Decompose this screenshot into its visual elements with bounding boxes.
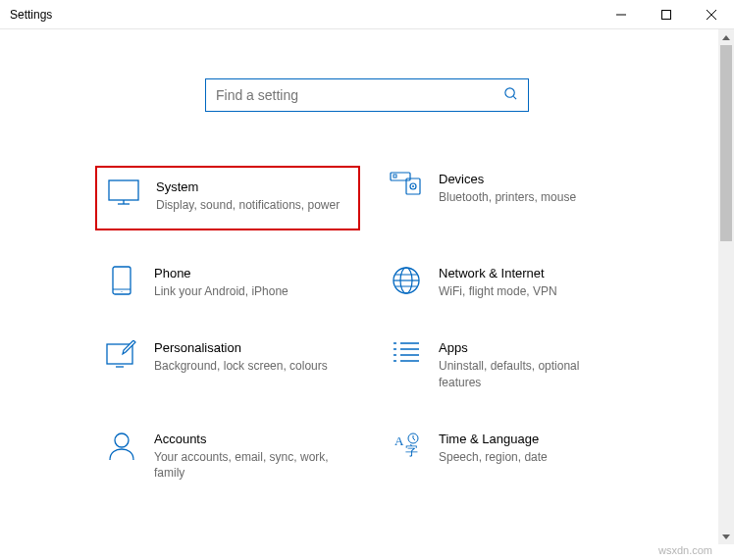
window-title: Settings [10, 8, 52, 22]
tile-text: Network & Internet WiFi, flight mode, VP… [439, 266, 557, 299]
tile-text: Personalisation Background, lock screen,… [154, 340, 328, 374]
close-button[interactable] [689, 0, 734, 28]
maximize-button[interactable] [644, 0, 689, 28]
svg-text:字: 字 [405, 443, 418, 458]
tile-system[interactable]: System Display, sound, notifications, po… [95, 166, 360, 230]
scroll-thumb[interactable] [720, 45, 732, 241]
accounts-icon [103, 432, 140, 461]
search-icon [503, 86, 518, 104]
tile-network[interactable]: Network & Internet WiFi, flight mode, VP… [380, 260, 645, 305]
svg-point-16 [122, 291, 123, 292]
network-icon [388, 266, 425, 295]
tile-text: Devices Bluetooth, printers, mouse [439, 172, 576, 205]
personalisation-icon [103, 340, 140, 368]
search-box[interactable] [205, 78, 529, 112]
titlebar: Settings [0, 0, 734, 29]
tile-title: Time & Language [439, 432, 548, 446]
tile-desc: Display, sound, notifications, power [156, 197, 340, 213]
svg-line-37 [413, 438, 415, 440]
tile-personalisation[interactable]: Personalisation Background, lock screen,… [95, 334, 360, 395]
tile-title: Network & Internet [439, 266, 557, 280]
scroll-down-arrow[interactable] [718, 529, 734, 544]
apps-icon [388, 340, 425, 364]
svg-rect-14 [113, 267, 131, 294]
tile-apps[interactable]: Apps Uninstall, defaults, optional featu… [380, 334, 645, 395]
tile-desc: Speech, region, date [439, 449, 548, 465]
tile-time-language[interactable]: A字 Time & Language Speech, region, date [380, 426, 645, 486]
tile-title: Accounts [154, 432, 341, 446]
tile-text: System Display, sound, notifications, po… [156, 179, 340, 213]
vertical-scrollbar[interactable] [718, 29, 734, 544]
tile-text: Time & Language Speech, region, date [439, 432, 548, 465]
tile-title: Phone [154, 266, 288, 280]
svg-marker-39 [722, 535, 730, 539]
svg-rect-10 [393, 175, 396, 178]
scroll-track[interactable] [718, 45, 734, 529]
minimize-icon [616, 10, 626, 20]
system-icon [105, 179, 142, 205]
tile-desc: Uninstall, defaults, optional features [439, 358, 625, 389]
svg-line-5 [513, 96, 516, 99]
svg-rect-1 [662, 10, 671, 19]
tile-text: Apps Uninstall, defaults, optional featu… [439, 340, 625, 389]
tile-title: Apps [439, 340, 625, 355]
tile-title: System [156, 179, 340, 194]
content-area: System Display, sound, notifications, po… [0, 29, 734, 486]
window-controls [599, 0, 734, 28]
tile-desc: Bluetooth, printers, mouse [439, 189, 576, 205]
tile-accounts[interactable]: Accounts Your accounts, email, sync, wor… [95, 426, 360, 486]
tile-desc: Your accounts, email, sync, work, family [154, 449, 341, 481]
tile-desc: Link your Android, iPhone [154, 283, 288, 299]
scroll-up-arrow[interactable] [718, 29, 734, 45]
tile-text: Accounts Your accounts, email, sync, wor… [154, 432, 341, 481]
tile-desc: WiFi, flight mode, VPN [439, 283, 557, 299]
watermark: wsxdn.com [658, 544, 712, 556]
close-icon [707, 10, 716, 20]
svg-marker-38 [722, 35, 730, 40]
tile-title: Devices [439, 172, 576, 186]
tile-title: Personalisation [154, 340, 328, 355]
svg-point-32 [115, 433, 129, 447]
maximize-icon [661, 10, 671, 20]
tile-desc: Background, lock screen, colours [154, 358, 328, 374]
minimize-button[interactable] [599, 0, 644, 28]
tile-phone[interactable]: Phone Link your Android, iPhone [95, 260, 360, 305]
tile-devices[interactable]: Devices Bluetooth, printers, mouse [380, 166, 645, 230]
devices-icon [388, 172, 425, 197]
svg-text:A: A [394, 433, 404, 448]
settings-grid: System Display, sound, notifications, po… [95, 166, 645, 486]
svg-point-13 [412, 185, 414, 187]
svg-point-4 [505, 88, 514, 97]
phone-icon [103, 266, 140, 295]
search-input[interactable] [216, 87, 503, 103]
tile-text: Phone Link your Android, iPhone [154, 266, 288, 299]
time-language-icon: A字 [388, 432, 425, 459]
svg-rect-6 [109, 180, 138, 200]
